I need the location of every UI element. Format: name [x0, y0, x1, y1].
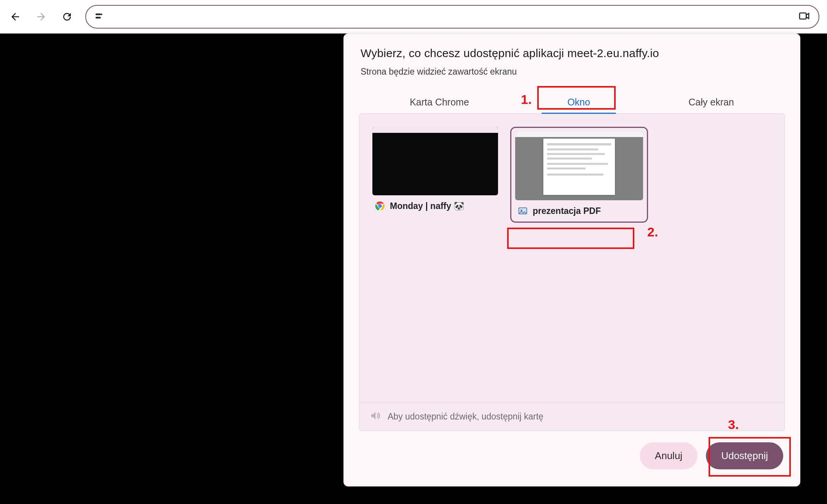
share-source-thumbnail — [372, 127, 498, 195]
svg-rect-2 — [800, 13, 806, 19]
reload-icon — [61, 11, 73, 22]
share-source-item-selected[interactable]: prezentacja PDF — [510, 127, 648, 223]
cancel-button[interactable]: Anuluj — [640, 442, 698, 469]
chrome-app-icon — [375, 201, 385, 211]
svg-point-1 — [96, 17, 98, 18]
browser-toolbar — [0, 0, 827, 33]
tab-entire-screen[interactable]: Cały ekran — [685, 91, 738, 113]
arrow-right-icon — [35, 11, 47, 22]
screen-share-modal: Wybierz, co chcesz udostępnić aplikacji … — [343, 33, 800, 486]
modal-title: Wybierz, co chcesz udostępnić aplikacji … — [361, 47, 783, 60]
preview-app-icon — [517, 206, 528, 216]
camera-icon[interactable] — [798, 10, 810, 24]
modal-footer: Anuluj Udostępnij — [344, 431, 800, 486]
tab-chrome-tab[interactable]: Karta Chrome — [406, 91, 473, 113]
back-button[interactable] — [8, 9, 23, 24]
share-source-thumbnail — [515, 132, 643, 200]
forward-button[interactable] — [34, 9, 49, 24]
svg-point-0 — [101, 14, 102, 15]
svg-point-4 — [378, 204, 382, 208]
share-source-item[interactable]: Monday | naffy 🐼 — [372, 127, 498, 214]
arrow-left-icon — [10, 11, 21, 22]
share-source-tabs: Karta Chrome Okno Cały ekran — [344, 91, 800, 113]
share-source-list: Monday | naffy 🐼 prezentacja PDF — [359, 113, 785, 431]
share-source-label: Monday | naffy 🐼 — [390, 201, 465, 211]
share-source-label: prezentacja PDF — [533, 206, 601, 216]
address-bar[interactable] — [85, 5, 819, 29]
reload-button[interactable] — [59, 9, 75, 24]
audio-share-hint: Aby udostępnić dźwięk, udostępnij kartę — [359, 402, 784, 431]
site-settings-icon[interactable] — [94, 11, 104, 22]
share-button[interactable]: Udostępnij — [706, 442, 783, 469]
tab-window[interactable]: Okno — [564, 91, 594, 113]
speaker-icon — [369, 410, 381, 423]
modal-header: Wybierz, co chcesz udostępnić aplikacji … — [344, 34, 800, 86]
modal-subtitle: Strona będzie widzieć zawartość ekranu — [361, 67, 783, 77]
audio-hint-text: Aby udostępnić dźwięk, udostępnij kartę — [388, 411, 543, 422]
